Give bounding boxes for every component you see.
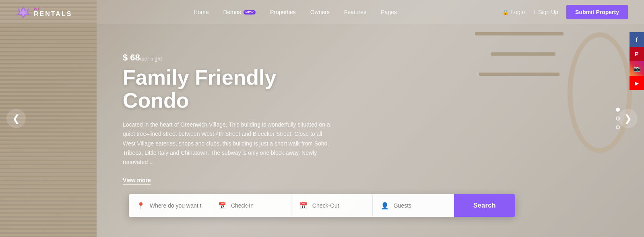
- location-field[interactable]: 📍: [129, 194, 210, 217]
- location-input[interactable]: [150, 202, 202, 209]
- facebook-button[interactable]: f: [630, 32, 644, 47]
- plus-icon: +: [533, 8, 537, 16]
- facebook-icon: f: [636, 36, 638, 43]
- chevron-right-icon: ❯: [624, 113, 632, 124]
- submit-property-button[interactable]: Submit Property: [566, 5, 628, 19]
- slider-dot-3[interactable]: [616, 125, 620, 129]
- price-display: $ 68/per night: [123, 52, 348, 63]
- login-label: Login: [511, 9, 525, 15]
- checkin-calendar-icon: 📅: [218, 202, 226, 210]
- login-button[interactable]: 🔒 Login: [502, 9, 525, 15]
- search-bar: 📍 📅 📅 👤 Search: [129, 194, 515, 217]
- guests-icon: 👤: [381, 202, 389, 210]
- slider-dot-2[interactable]: [616, 116, 620, 121]
- instagram-button[interactable]: 📷: [630, 61, 644, 76]
- logo-icon: [16, 5, 31, 19]
- guests-input[interactable]: [394, 202, 446, 209]
- pinterest-icon: P: [635, 51, 638, 57]
- signup-label: Sign Up: [538, 9, 558, 15]
- nav-features-label: Features: [344, 9, 366, 15]
- checkout-input[interactable]: [312, 202, 364, 209]
- guests-field[interactable]: 👤: [373, 194, 454, 217]
- price-per: /per night: [140, 56, 162, 62]
- nav-properties-label: Properties: [270, 9, 296, 15]
- lock-icon: 🔒: [502, 9, 509, 15]
- instagram-icon: 📷: [634, 65, 640, 72]
- search-button[interactable]: Search: [454, 194, 515, 217]
- nav-demos[interactable]: Demos new: [223, 9, 256, 15]
- nav-pages[interactable]: Pages: [381, 9, 397, 15]
- nav-demos-label: Demos: [223, 9, 241, 15]
- nav-actions: 🔒 Login + Sign Up Submit Property: [502, 5, 628, 19]
- checkout-field[interactable]: 📅: [291, 194, 373, 217]
- checkin-field[interactable]: 📅: [210, 194, 291, 217]
- hero-content: $ 68/per night Family Friendly Condo Loc…: [123, 52, 348, 185]
- youtube-icon: ▶: [635, 80, 639, 86]
- nav-features[interactable]: Features: [344, 9, 366, 15]
- nav-owners-label: Owners: [310, 9, 330, 15]
- hero-description: Located in the heart of Greenwich Villag…: [123, 120, 336, 166]
- slider-dot-1[interactable]: [616, 108, 620, 112]
- logo-bottom-text: RENTALS: [34, 11, 72, 17]
- checkin-input[interactable]: [231, 202, 283, 209]
- slider-prev-button[interactable]: ❮: [6, 109, 26, 128]
- nav-owners[interactable]: Owners: [310, 9, 330, 15]
- nav-pages-label: Pages: [381, 9, 397, 15]
- slider-next-button[interactable]: ❯: [618, 109, 638, 128]
- nav-menu: Home Demos new Properties Owners Feature…: [88, 9, 502, 15]
- logo[interactable]: WP RENTALS: [16, 5, 72, 19]
- social-bar: f P 📷 ▶: [630, 32, 644, 90]
- price-amount: $ 68: [123, 52, 140, 62]
- signup-button[interactable]: + Sign Up: [533, 8, 558, 16]
- price-prefix: $: [123, 52, 130, 62]
- logo-text: WP RENTALS: [34, 7, 72, 17]
- youtube-button[interactable]: ▶: [630, 76, 644, 90]
- price-value: 68: [130, 52, 140, 62]
- slider-dots: [616, 108, 620, 129]
- hero-section: WP RENTALS Home Demos new Properties Own…: [0, 0, 644, 237]
- view-more-button[interactable]: View more: [123, 177, 151, 185]
- nav-demos-badge: new: [244, 10, 256, 15]
- navbar: WP RENTALS Home Demos new Properties Own…: [0, 0, 644, 24]
- nav-home[interactable]: Home: [194, 9, 208, 15]
- checkout-calendar-icon: 📅: [299, 202, 308, 210]
- location-icon: 📍: [137, 202, 145, 210]
- nav-home-label: Home: [194, 9, 208, 15]
- chevron-left-icon: ❮: [12, 113, 20, 124]
- pinterest-button[interactable]: P: [630, 47, 644, 61]
- hero-title: Family Friendly Condo: [123, 66, 348, 112]
- nav-properties[interactable]: Properties: [270, 9, 296, 15]
